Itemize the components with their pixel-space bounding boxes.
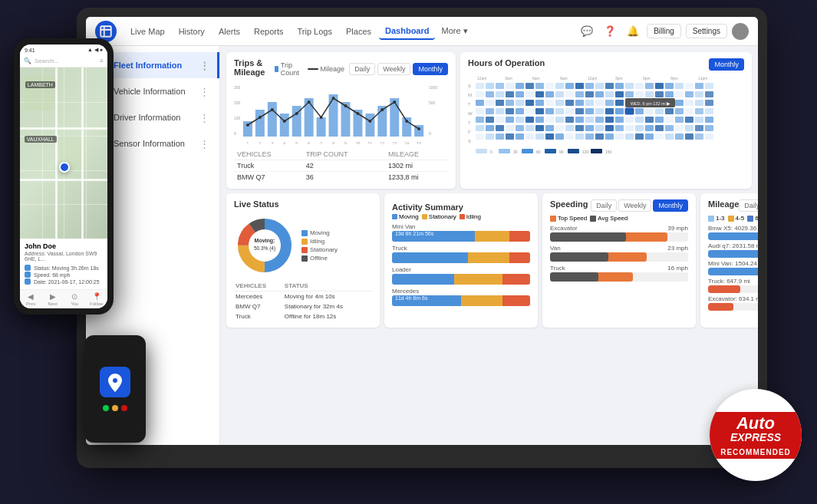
speed-legend: Top Speed Avg Speed (550, 215, 688, 222)
activity-row-truck: Truck (392, 245, 530, 263)
activity-row-minivan: Mini Van 19d 8h 21m 56s (392, 223, 530, 242)
phone-screen: 9:41 ▲ ◀ ● 🔍 Search... ≡ (20, 44, 107, 308)
activity-row-mercedes: Mercedes 11d 4h 8m 6s (392, 288, 530, 306)
svg-rect-144 (516, 108, 524, 114)
svg-rect-126 (575, 100, 584, 106)
nav-alerts[interactable]: Alerts (212, 24, 246, 39)
svg-text:100: 100 (234, 116, 241, 120)
trips-weekly-btn[interactable]: Weekly (377, 63, 410, 75)
hours-monthly-btn[interactable]: Monthly (709, 58, 744, 71)
svg-rect-123 (545, 100, 554, 106)
svg-rect-159 (645, 108, 654, 114)
svg-text:T: T (468, 102, 471, 107)
svg-rect-200 (575, 125, 584, 131)
svg-text:F: F (468, 130, 471, 134)
billing-button[interactable]: Billing (647, 24, 681, 38)
phone-nav-prev[interactable]: ◀ Prev (20, 290, 42, 308)
svg-point-24 (271, 108, 274, 111)
trips-mileage-card: Trips & Mileage Trip Count Mi (226, 52, 456, 189)
speed-monthly-btn[interactable]: Monthly (653, 199, 688, 212)
svg-rect-235 (685, 133, 693, 140)
svg-rect-189 (705, 117, 713, 123)
phone-nav-next[interactable]: ▶ Next (42, 290, 64, 308)
svg-rect-220 (535, 133, 544, 140)
svg-point-26 (295, 112, 298, 115)
chat-icon[interactable]: 💬 (578, 22, 596, 41)
nav-live-map[interactable]: Live Map (124, 24, 171, 39)
svg-rect-170 (516, 117, 524, 123)
auto-express-top: Auto EXPRESS (710, 412, 802, 446)
svg-rect-116 (476, 100, 484, 106)
gps-lights (103, 405, 127, 411)
user-avatar[interactable] (732, 23, 749, 40)
trips-daily-btn[interactable]: Daily (349, 63, 375, 75)
svg-rect-191 (486, 125, 494, 131)
trip-count-color (275, 66, 278, 72)
svg-rect-137 (685, 100, 693, 106)
col-mileage: MILEAGE (385, 149, 448, 160)
svg-rect-145 (525, 108, 534, 114)
fleet-menu-icon[interactable]: ⋮ (199, 60, 209, 71)
nav-reports[interactable]: Reports (248, 24, 290, 39)
table-row: Truck 42 1302 mi (234, 160, 448, 172)
prev-icon: ◀ (28, 292, 34, 301)
svg-text:Moving:: Moving: (255, 238, 275, 244)
svg-rect-165 (705, 108, 713, 114)
svg-rect-192 (496, 125, 504, 131)
nav-more[interactable]: More ▾ (437, 23, 472, 39)
svg-text:150: 150 (605, 150, 612, 154)
svg-rect-207 (645, 125, 654, 131)
svg-text:S: S (468, 84, 471, 88)
svg-rect-193 (506, 125, 514, 131)
live-status-header: Live Status (234, 199, 372, 212)
svg-rect-96 (516, 91, 524, 97)
nav-trip-logs[interactable]: Trip Logs (292, 24, 338, 39)
speed-row-truck: Truck 16 mph (550, 265, 688, 282)
svg-rect-178 (595, 117, 604, 123)
bell-icon[interactable]: 🔔 (624, 22, 642, 41)
svg-rect-88 (675, 83, 684, 89)
phone-date-stat: Date: 2021-06-17, 12:00:25 (25, 278, 103, 285)
settings-button[interactable]: Settings (686, 24, 727, 38)
svg-rect-182 (635, 117, 644, 123)
donut-container: Moving: 50.3% (4) Moving Idli (234, 215, 372, 276)
nav-places[interactable]: Places (340, 24, 377, 39)
svg-text:12am: 12am (477, 76, 487, 81)
svg-rect-154 (615, 108, 624, 114)
search-icon: 🔍 (24, 58, 31, 64)
svg-rect-100 (555, 91, 564, 97)
speed-daily-btn[interactable]: Daily (591, 199, 617, 212)
trips-monthly-btn[interactable]: Monthly (413, 63, 448, 75)
hours-title: Hours of Operation (468, 58, 545, 68)
phone-status-stat: Status: Moving 3h 26m 18s (25, 265, 103, 271)
svg-rect-246 (568, 149, 579, 153)
driver-menu-icon[interactable]: ⋮ (199, 112, 209, 124)
svg-rect-148 (555, 108, 564, 114)
sensor-menu-icon[interactable]: ⋮ (199, 138, 209, 150)
svg-rect-221 (545, 133, 554, 140)
mileage-daily-btn[interactable]: Daily (739, 199, 758, 212)
svg-point-35 (405, 120, 408, 123)
help-icon[interactable]: ❓ (601, 22, 619, 41)
phone-nav-you[interactable]: ⊙ You (64, 290, 86, 308)
nav-dashboard[interactable]: Dashboard (379, 23, 435, 40)
svg-rect-240 (499, 149, 510, 153)
activity-row-loader: Loader (392, 266, 530, 285)
table-row: Mercedes Moving for 4m 10s (234, 292, 372, 302)
phone-address: Address: Vassal, London SW9 6HE, L... (25, 251, 103, 262)
mileage-item-audiq7: Audi q7: 2631.58 mi (708, 242, 758, 258)
svg-point-22 (246, 124, 249, 127)
svg-rect-177 (585, 117, 594, 123)
svg-rect-229 (625, 133, 634, 140)
svg-rect-73 (525, 83, 534, 89)
svg-text:9: 9 (344, 141, 347, 144)
top-row: Trips & Mileage Trip Count Mi (226, 52, 752, 189)
nav-history[interactable]: History (173, 24, 211, 39)
speed-weekly-btn[interactable]: Weekly (618, 199, 651, 212)
gps-light-red (121, 405, 127, 411)
vehicle-menu-icon[interactable]: ⋮ (199, 86, 209, 97)
svg-text:13: 13 (392, 141, 397, 144)
phone-nav-follow[interactable]: 📍 Follow (86, 290, 108, 308)
svg-rect-77 (565, 83, 574, 89)
activity-card: Activity Summary Moving Stationary (384, 193, 538, 328)
